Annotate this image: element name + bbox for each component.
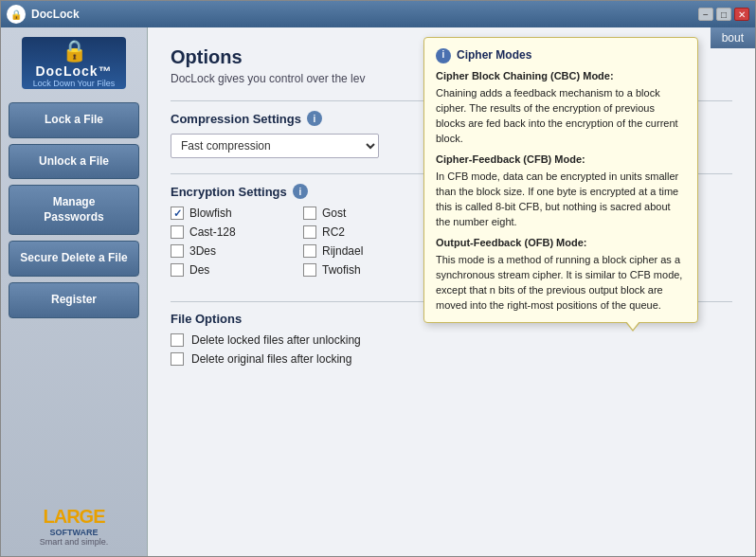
about-button[interactable]: bout	[711, 27, 755, 48]
title-bar-left: 🔒 DocLock	[7, 5, 80, 24]
window-controls: − □ ✕	[698, 8, 749, 21]
blowfish-checkbox[interactable]	[171, 207, 184, 220]
cipher-modes-tooltip: i Cipher Modes Cipher Block Chaining (CB…	[423, 37, 698, 323]
file-opt-delete-locking: Delete original files after locking	[171, 352, 732, 366]
compression-select[interactable]: No compression Fast compression Normal c…	[171, 134, 379, 158]
des-checkbox[interactable]	[171, 263, 184, 277]
enc-item-twofish: Twofish	[303, 263, 417, 277]
sidebar-item-lock[interactable]: Lock a File	[9, 102, 139, 138]
sidebar-logo-img: 🔒 DocLock™ Lock Down Your Files	[22, 37, 126, 89]
tooltip-tail-inner	[626, 321, 639, 330]
sidebar-logo-sub: Lock Down Your Files	[33, 79, 116, 88]
title-bar: 🔒 DocLock − □ ✕	[1, 1, 755, 27]
sidebar-logo: 🔒 DocLock™ Lock Down Your Files	[9, 37, 139, 89]
tooltip-title: i Cipher Modes	[436, 47, 686, 63]
enc-item-rc2: RC2	[303, 225, 417, 239]
rijndael-checkbox[interactable]	[303, 244, 316, 258]
large-software-logo: LARGE	[9, 506, 139, 528]
delete-unlocking-checkbox[interactable]	[171, 333, 184, 347]
sidebar-footer: LARGE SOFTWARE Smart and simple.	[9, 506, 139, 547]
compression-info-icon[interactable]: i	[307, 111, 322, 126]
tooltip-section-2: Cipher-Feedback (CFB) Mode: In CFB mode,…	[436, 153, 686, 230]
tooltip-section-1: Cipher Block Chaining (CBC) Mode: Chaini…	[436, 69, 686, 147]
rc2-checkbox[interactable]	[303, 225, 316, 239]
footer-tagline: Smart and simple.	[9, 537, 139, 547]
sidebar-item-passwords[interactable]: Manage Passwords	[9, 185, 139, 235]
3des-checkbox[interactable]	[171, 244, 184, 258]
lock-icon: 🔒	[62, 39, 87, 63]
maximize-button[interactable]: □	[716, 8, 731, 21]
gost-checkbox[interactable]	[303, 207, 316, 220]
enc-item-3des: 3Des	[171, 244, 303, 258]
sidebar-item-secure-delete[interactable]: Secure Delete a File	[9, 241, 139, 277]
cast128-checkbox[interactable]	[171, 225, 184, 239]
enc-item-gost: Gost	[303, 207, 417, 220]
sidebar-logo-text: DocLock™	[35, 63, 112, 79]
enc-item-des: Des	[171, 263, 303, 277]
tooltip-info-icon: i	[436, 48, 451, 63]
close-button[interactable]: ✕	[734, 8, 749, 21]
file-opt-delete-unlocking: Delete locked files after unlocking	[171, 333, 732, 347]
minimize-button[interactable]: −	[698, 8, 713, 21]
sidebar: 🔒 DocLock™ Lock Down Your Files Lock a F…	[1, 27, 148, 556]
main-layout: 🔒 DocLock™ Lock Down Your Files Lock a F…	[1, 27, 755, 556]
title-bar-text: DocLock	[31, 8, 80, 21]
tooltip-section-3: Output-Feedback (OFB) Mode: This mode is…	[436, 236, 686, 314]
large-text: LARGE	[44, 506, 105, 527]
enc-item-cast128: Cast-128	[171, 225, 303, 239]
app-window: 🔒 DocLock − □ ✕ 🔒 DocLock™ Lock Down You…	[0, 0, 756, 557]
enc-item-rijndael: Rijndael	[303, 244, 417, 258]
app-logo-icon: 🔒	[7, 5, 26, 24]
encryption-info-icon[interactable]: i	[293, 184, 308, 199]
sidebar-item-register[interactable]: Register	[9, 282, 139, 318]
twofish-checkbox[interactable]	[303, 263, 316, 277]
delete-locking-checkbox[interactable]	[171, 352, 184, 366]
enc-item-blowfish: Blowfish	[171, 207, 303, 220]
content-area: bout Options DocLock gives you control o…	[148, 27, 755, 556]
software-text: SOFTWARE	[9, 528, 139, 537]
sidebar-item-unlock[interactable]: Unlock a File	[9, 144, 139, 180]
